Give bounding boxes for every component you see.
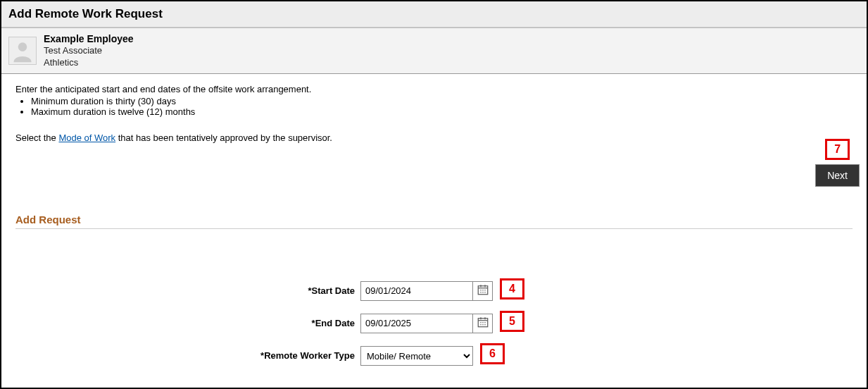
svg-point-20 xyxy=(482,324,484,326)
callout-4: 4 xyxy=(500,278,524,300)
mode-suffix: that has been tentatively approved by th… xyxy=(115,132,332,143)
start-date-label: *Start Date xyxy=(15,285,360,296)
instructions-bullet: Maximum duration is twelve (12) months xyxy=(31,106,853,117)
callout-6: 6 xyxy=(480,343,505,364)
svg-point-17 xyxy=(482,322,484,323)
svg-point-9 xyxy=(480,292,482,293)
svg-point-1 xyxy=(18,42,27,51)
next-button[interactable]: Next xyxy=(815,164,860,187)
employee-name: Example Employee xyxy=(44,32,134,45)
section-title: Add Request xyxy=(15,214,853,229)
end-date-input[interactable] xyxy=(360,314,473,333)
end-date-label: *End Date xyxy=(15,318,360,328)
instructions-bullet: Minimum duration is thirty (30) days xyxy=(31,96,853,106)
avatar xyxy=(8,37,37,65)
employee-banner: Example Employee Test Associate Athletic… xyxy=(1,27,867,74)
employee-role: Test Associate xyxy=(44,45,134,57)
svg-point-21 xyxy=(484,324,486,326)
svg-point-6 xyxy=(480,290,482,291)
calendar-icon xyxy=(477,283,489,298)
svg-point-10 xyxy=(482,292,484,293)
start-date-calendar-button[interactable] xyxy=(473,281,493,301)
worker-type-select[interactable]: Mobile/ Remote xyxy=(360,346,473,366)
instructions-intro: Enter the anticipated start and end date… xyxy=(15,84,853,94)
worker-type-label: *Remote Worker Type xyxy=(15,350,360,361)
callout-5: 5 xyxy=(500,311,524,332)
mode-of-work-text: Select the Mode of Work that has been te… xyxy=(15,132,853,143)
svg-point-19 xyxy=(480,324,482,326)
end-date-calendar-button[interactable] xyxy=(473,314,493,333)
mode-prefix: Select the xyxy=(15,132,58,143)
start-date-input[interactable] xyxy=(360,281,473,301)
svg-point-8 xyxy=(484,290,486,291)
employee-department: Athletics xyxy=(44,57,134,69)
mode-of-work-link[interactable]: Mode of Work xyxy=(58,132,115,143)
instructions-block: Enter the anticipated start and end date… xyxy=(15,84,853,117)
svg-point-16 xyxy=(480,322,482,323)
svg-point-11 xyxy=(484,292,486,293)
svg-point-7 xyxy=(482,290,484,291)
callout-7: 7 xyxy=(825,139,850,160)
calendar-icon xyxy=(477,316,489,331)
page-title: Add Remote Work Request xyxy=(1,1,867,27)
svg-point-18 xyxy=(484,322,486,323)
